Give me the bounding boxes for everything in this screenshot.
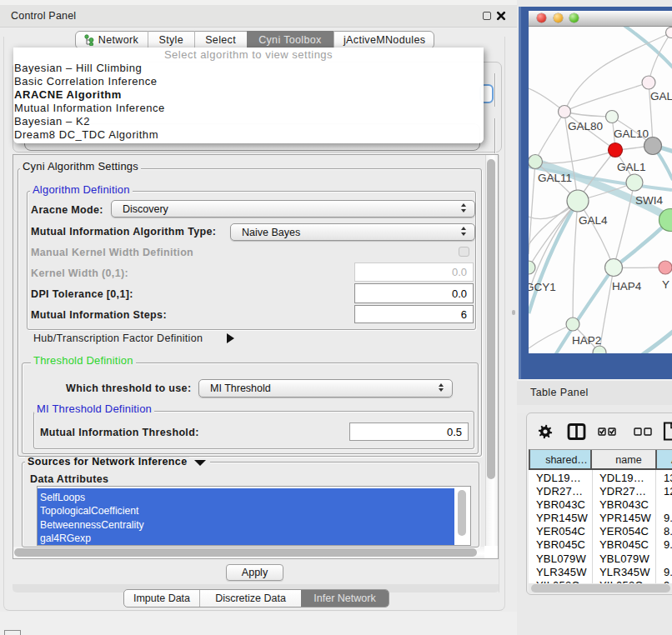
svg-text:GAL11: GAL11	[538, 172, 572, 184]
svg-text:HAP4: HAP4	[612, 280, 642, 292]
svg-text:GAL80: GAL80	[568, 120, 603, 132]
svg-text:HAP2: HAP2	[572, 334, 601, 347]
svg-text:SWI4: SWI4	[635, 194, 663, 207]
svg-text:GAL4: GAL4	[579, 214, 608, 227]
svg-text:GAL: GAL	[650, 90, 672, 102]
svg-text:GCY1: GCY1	[529, 281, 556, 293]
svg-text:Y: Y	[662, 278, 669, 291]
svg-text:GAL10: GAL10	[614, 128, 649, 140]
svg-text:GAL1: GAL1	[617, 161, 646, 173]
